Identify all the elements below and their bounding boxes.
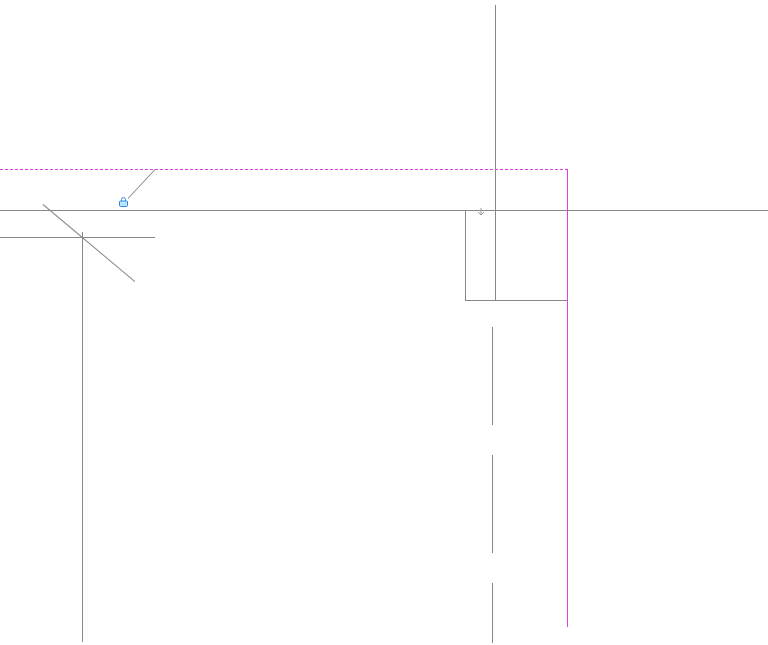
- vertical-line-left: [82, 232, 83, 642]
- snap-arrow-icon: [476, 207, 486, 217]
- selection-boundary-right[interactable]: [567, 169, 568, 627]
- notch-left-line: [465, 210, 466, 300]
- vertical-line-b-seg2: [492, 455, 493, 553]
- svg-rect-0: [120, 201, 128, 207]
- vertical-line-a: [495, 5, 496, 300]
- leader-line: [128, 169, 156, 199]
- vertical-line-b-seg1: [492, 327, 493, 425]
- lock-icon: [118, 197, 129, 207]
- selection-boundary-top[interactable]: [0, 169, 568, 170]
- horizontal-stub-left: [0, 237, 155, 238]
- notch-bottom-line: [465, 300, 568, 301]
- cad-canvas[interactable]: [0, 0, 768, 645]
- horizontal-reference-line: [0, 210, 768, 211]
- vertical-line-b-seg3: [492, 583, 493, 643]
- pin-handle[interactable]: [118, 197, 129, 206]
- diagonal-line-a: [43, 204, 136, 282]
